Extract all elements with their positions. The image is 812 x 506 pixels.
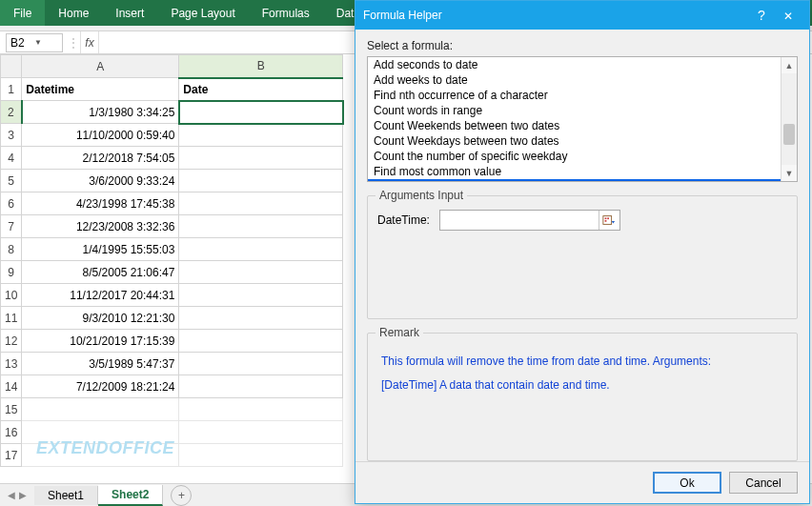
remark-group: Remark This formula will remove the time…: [367, 333, 798, 461]
name-box-value: B2: [10, 36, 34, 50]
name-box[interactable]: B2 ▼: [6, 33, 63, 52]
cell[interactable]: 3/5/1989 5:47:37: [22, 353, 179, 375]
formula-item[interactable]: Find most common value: [368, 164, 781, 179]
svg-rect-1: [605, 217, 607, 219]
row-header[interactable]: 16: [1, 421, 22, 444]
row-header[interactable]: 11: [1, 307, 22, 330]
cell[interactable]: 9/3/2010 12:21:30: [22, 307, 179, 330]
cell[interactable]: 11/12/2017 20:44:31: [22, 284, 179, 307]
range-picker-icon: [602, 213, 616, 227]
dialog-titlebar[interactable]: Formula Helper ? ✕: [355, 1, 809, 30]
divider: ⋮: [67, 36, 80, 50]
ribbon-tab-home[interactable]: Home: [45, 0, 102, 26]
cell[interactable]: 12/23/2008 3:32:36: [22, 215, 179, 238]
ok-button[interactable]: Ok: [653, 472, 721, 494]
row-header[interactable]: 17: [1, 444, 22, 467]
cell[interactable]: [179, 421, 343, 444]
row-header[interactable]: 8: [1, 238, 22, 261]
sheet-nav-prev-icon[interactable]: ◀: [6, 490, 17, 500]
arguments-title: Arguments Input: [376, 189, 467, 202]
row-header[interactable]: 7: [1, 215, 22, 238]
svg-rect-2: [608, 217, 610, 219]
cell[interactable]: 7/12/2009 18:21:24: [22, 375, 179, 398]
add-sheet-button[interactable]: +: [171, 485, 192, 506]
cell[interactable]: 3/6/2000 9:33:24: [22, 170, 179, 192]
cell[interactable]: [179, 398, 343, 421]
row-header[interactable]: 5: [1, 170, 22, 192]
cell[interactable]: [179, 192, 343, 215]
cell[interactable]: [179, 330, 343, 353]
formula-item[interactable]: Find nth occurrence of a character: [368, 88, 781, 103]
row-header[interactable]: 13: [1, 353, 22, 375]
select-formula-label: Select a formula:: [367, 39, 798, 52]
select-all-corner[interactable]: [1, 55, 22, 78]
cancel-button[interactable]: Cancel: [729, 472, 798, 494]
col-header-A[interactable]: A: [22, 55, 179, 78]
cell[interactable]: [179, 353, 343, 375]
cell[interactable]: [179, 261, 343, 284]
cell[interactable]: [179, 444, 343, 467]
cell[interactable]: 8/5/2005 21:06:47: [22, 261, 179, 284]
row-header[interactable]: 10: [1, 284, 22, 307]
cell[interactable]: Datetime: [22, 78, 179, 101]
remark-line1: This formula will remove the time from d…: [381, 353, 783, 371]
range-picker-button[interactable]: [599, 211, 619, 230]
cell[interactable]: Date: [179, 78, 343, 101]
ribbon-tab-page-layout[interactable]: Page Layout: [157, 0, 248, 26]
chevron-down-icon[interactable]: ▼: [34, 38, 58, 47]
arguments-group: Arguments Input DateTime:: [367, 195, 798, 319]
formula-item[interactable]: Count Weekdays between two dates: [368, 133, 781, 149]
cell[interactable]: 4/23/1998 17:45:38: [22, 192, 179, 215]
row-header[interactable]: 3: [1, 124, 22, 147]
formula-item[interactable]: Count the number of specific weekday: [368, 149, 781, 164]
sheet-nav-next-icon[interactable]: ▶: [17, 490, 29, 500]
sheet-tab-sheet1[interactable]: Sheet1: [34, 486, 98, 505]
close-button[interactable]: ✕: [775, 8, 802, 23]
cell[interactable]: [179, 101, 343, 124]
formula-item[interactable]: Add weeks to date: [368, 72, 781, 88]
plus-icon: +: [178, 489, 185, 502]
cell[interactable]: 1/4/1995 15:55:03: [22, 238, 179, 261]
row-header[interactable]: 9: [1, 261, 22, 284]
formula-item[interactable]: Count words in range: [368, 103, 781, 118]
row-header[interactable]: 1: [1, 78, 22, 101]
cell[interactable]: 1/3/1980 3:34:25: [22, 101, 179, 124]
sheet-tab-sheet2[interactable]: Sheet2: [98, 485, 163, 506]
cell[interactable]: [179, 284, 343, 307]
cell[interactable]: [179, 124, 343, 147]
arg-datetime-input-wrap: [439, 210, 620, 231]
row-header[interactable]: 12: [1, 330, 22, 353]
cell[interactable]: [179, 307, 343, 330]
row-header[interactable]: 15: [1, 398, 22, 421]
row-header[interactable]: 6: [1, 192, 22, 215]
arg-datetime-input[interactable]: [440, 211, 599, 230]
row-header[interactable]: 14: [1, 375, 22, 398]
cell[interactable]: [179, 170, 343, 192]
scroll-up-icon[interactable]: ▲: [782, 57, 797, 73]
ribbon-tab-file[interactable]: File: [0, 0, 45, 26]
scroll-down-icon[interactable]: ▼: [782, 165, 797, 181]
cell[interactable]: 10/21/2019 17:15:39: [22, 330, 179, 353]
cell[interactable]: [179, 238, 343, 261]
help-button[interactable]: ?: [748, 8, 775, 23]
ribbon-tab-insert[interactable]: Insert: [102, 0, 157, 26]
ribbon-tab-formulas[interactable]: Formulas: [249, 0, 323, 26]
formula-listbox[interactable]: Add seconds to dateAdd weeks to dateFind…: [367, 56, 798, 182]
row-header[interactable]: 4: [1, 147, 22, 170]
cell[interactable]: [22, 398, 179, 421]
row-header[interactable]: 2: [1, 101, 22, 124]
watermark: EXTENDOFFICE: [36, 438, 174, 458]
cell[interactable]: [179, 375, 343, 398]
arg-datetime-label: DateTime:: [377, 213, 430, 227]
scrollbar-vertical[interactable]: ▲ ▼: [781, 57, 797, 181]
formula-item[interactable]: Add seconds to date: [368, 57, 781, 72]
cell[interactable]: 11/10/2000 0:59:40: [22, 124, 179, 147]
formula-item[interactable]: Remove time from date: [368, 179, 781, 182]
scrollbar-thumb[interactable]: [783, 124, 795, 145]
col-header-B[interactable]: B: [179, 55, 343, 78]
formula-item[interactable]: Count Weekends between two dates: [368, 118, 781, 133]
cell[interactable]: 2/12/2018 7:54:05: [22, 147, 179, 170]
cell[interactable]: [179, 215, 343, 238]
cell[interactable]: [179, 147, 343, 170]
fx-button[interactable]: fx: [80, 31, 99, 53]
